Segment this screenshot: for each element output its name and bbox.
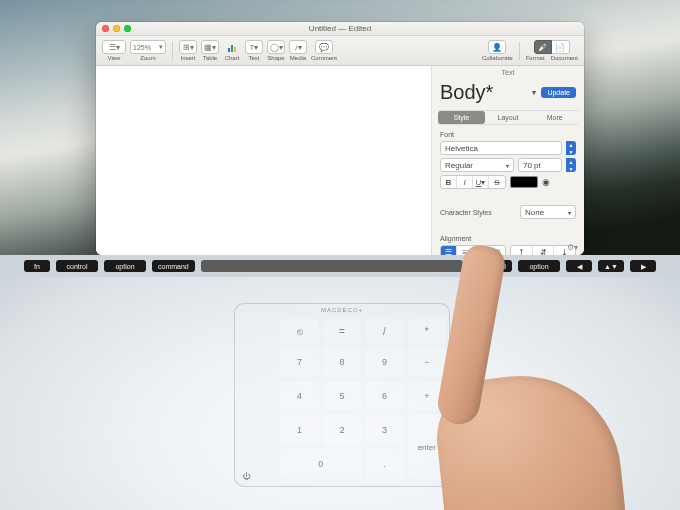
numkey-7[interactable]: 7 bbox=[280, 347, 318, 377]
strike-button[interactable]: S bbox=[489, 176, 505, 188]
numpad-overlay: MACDECO+ ⎋ = / * 7 8 9 − 4 5 6 + 1 2 3 e… bbox=[234, 303, 450, 487]
numkey-divide[interactable]: / bbox=[365, 319, 403, 343]
numkey-1[interactable]: 1 bbox=[280, 415, 318, 445]
inspector-tab-text[interactable]: Text bbox=[432, 66, 584, 79]
titlebar[interactable]: Untitled — Edited bbox=[96, 22, 584, 36]
numkey-minus[interactable]: − bbox=[408, 347, 446, 377]
paragraph-style-name[interactable]: Body* bbox=[440, 81, 526, 104]
italic-button[interactable]: I bbox=[457, 176, 473, 188]
align-justify-icon[interactable]: ▤ bbox=[490, 246, 505, 255]
numkey-9[interactable]: 9 bbox=[365, 347, 403, 377]
view-button[interactable]: ☰▾ View bbox=[102, 40, 126, 61]
key-fn[interactable]: fn bbox=[24, 260, 50, 272]
numkey-5[interactable]: 5 bbox=[323, 381, 361, 411]
numkey-dot[interactable]: . bbox=[365, 449, 403, 479]
document-canvas[interactable] bbox=[96, 66, 432, 255]
key-command-left[interactable]: command bbox=[152, 260, 195, 272]
numkey-6[interactable]: 6 bbox=[365, 381, 403, 411]
comment-button[interactable]: 💬Comment bbox=[311, 40, 337, 61]
chevron-down-icon[interactable]: ▼ bbox=[530, 89, 537, 96]
numkey-escape[interactable]: ⎋ bbox=[280, 319, 318, 343]
subtab-style[interactable]: Style bbox=[438, 111, 485, 124]
zoom-dropdown[interactable]: 125%▾ Zoom bbox=[130, 40, 166, 61]
collaborate-button[interactable]: 👤Collaborate bbox=[482, 40, 513, 61]
valign-middle-icon[interactable]: ⇵ bbox=[533, 246, 555, 255]
numkey-8[interactable]: 8 bbox=[323, 347, 361, 377]
font-family-select[interactable]: Helvetica bbox=[440, 141, 562, 155]
key-arrow-updown[interactable]: ▲▼ bbox=[598, 260, 624, 272]
close-icon[interactable] bbox=[102, 25, 109, 32]
pages-window: Untitled — Edited ☰▾ View 125%▾ Zoom ⊞▾I… bbox=[96, 22, 584, 255]
shape-button[interactable]: ◯▾Shape bbox=[267, 40, 285, 61]
keyboard-bottom-row: fn control option command command option… bbox=[0, 255, 680, 277]
text-style-segment: B I U▾ S bbox=[440, 175, 506, 189]
h-align-segment: ☰ ≡ ☰ ▤ bbox=[440, 245, 506, 255]
text-color-well[interactable] bbox=[510, 176, 538, 188]
key-arrow-left[interactable]: ◀ bbox=[566, 260, 592, 272]
format-document-segment: 🖌 📄 FormatDocument bbox=[526, 40, 578, 61]
gear-icon[interactable]: ⚙︎▾ bbox=[567, 243, 578, 252]
hand-illustration bbox=[420, 255, 620, 510]
alignment-label: Alignment bbox=[440, 235, 576, 242]
chart-button[interactable]: Chart bbox=[223, 40, 241, 61]
numkey-0[interactable]: 0 bbox=[280, 449, 361, 479]
font-weight-select[interactable]: Regular▾ bbox=[440, 158, 514, 172]
key-command-right[interactable]: command bbox=[469, 260, 512, 272]
maximize-icon[interactable] bbox=[124, 25, 131, 32]
underline-button[interactable]: U▾ bbox=[473, 176, 489, 188]
key-spacebar[interactable] bbox=[201, 260, 464, 272]
subtab-more[interactable]: More bbox=[531, 111, 578, 124]
font-label: Font bbox=[440, 131, 576, 138]
numkey-multiply[interactable]: * bbox=[408, 319, 446, 343]
media-button[interactable]: ♪▾Media bbox=[289, 40, 307, 61]
font-family-stepper-icon[interactable]: ▲▼ bbox=[566, 141, 576, 155]
numkey-enter[interactable]: enter bbox=[408, 415, 446, 479]
table-button[interactable]: ▦▾Table bbox=[201, 40, 219, 61]
character-styles-label: Character Styles bbox=[440, 209, 516, 216]
traffic-lights bbox=[102, 25, 131, 32]
window-title: Untitled — Edited bbox=[309, 24, 371, 33]
align-center-icon[interactable]: ≡ bbox=[457, 246, 473, 255]
laptop-body: fn control option command command option… bbox=[0, 255, 680, 510]
key-arrow-right[interactable]: ▶ bbox=[630, 260, 656, 272]
numpad-brand: MACDECO+ bbox=[321, 307, 363, 313]
format-tab[interactable]: 🖌 bbox=[534, 40, 552, 54]
power-icon[interactable]: ⏻ bbox=[242, 472, 250, 481]
key-control[interactable]: control bbox=[56, 260, 98, 272]
toolbar: ☰▾ View 125%▾ Zoom ⊞▾Insert ▦▾Table Char… bbox=[96, 36, 584, 66]
minimize-icon[interactable] bbox=[113, 25, 120, 32]
font-size-field[interactable]: 70 pt bbox=[518, 158, 562, 172]
bold-button[interactable]: B bbox=[441, 176, 457, 188]
align-left-icon[interactable]: ☰ bbox=[441, 246, 457, 255]
text-button[interactable]: T▾Text bbox=[245, 40, 263, 61]
inspector-subtabs: Style Layout More bbox=[438, 110, 578, 125]
key-option-left[interactable]: option bbox=[104, 260, 146, 272]
format-inspector: Text Body* ▼ Update Style Layout More Fo… bbox=[432, 66, 584, 255]
subtab-layout[interactable]: Layout bbox=[485, 111, 532, 124]
insert-button[interactable]: ⊞▾Insert bbox=[179, 40, 197, 61]
numkey-plus[interactable]: + bbox=[408, 381, 446, 411]
font-size-stepper-icon[interactable]: ▲▼ bbox=[566, 158, 576, 172]
document-tab[interactable]: 📄 bbox=[552, 40, 570, 54]
align-right-icon[interactable]: ☰ bbox=[474, 246, 490, 255]
numkey-3[interactable]: 3 bbox=[365, 415, 403, 445]
color-wheel-icon[interactable]: ◉ bbox=[542, 177, 550, 187]
numkey-equals[interactable]: = bbox=[323, 319, 361, 343]
update-style-button[interactable]: Update bbox=[541, 87, 576, 98]
numkey-4[interactable]: 4 bbox=[280, 381, 318, 411]
character-styles-select[interactable]: None▾ bbox=[520, 205, 576, 219]
numkey-2[interactable]: 2 bbox=[323, 415, 361, 445]
key-option-right[interactable]: option bbox=[518, 260, 560, 272]
valign-top-icon[interactable]: ⤒ bbox=[511, 246, 533, 255]
